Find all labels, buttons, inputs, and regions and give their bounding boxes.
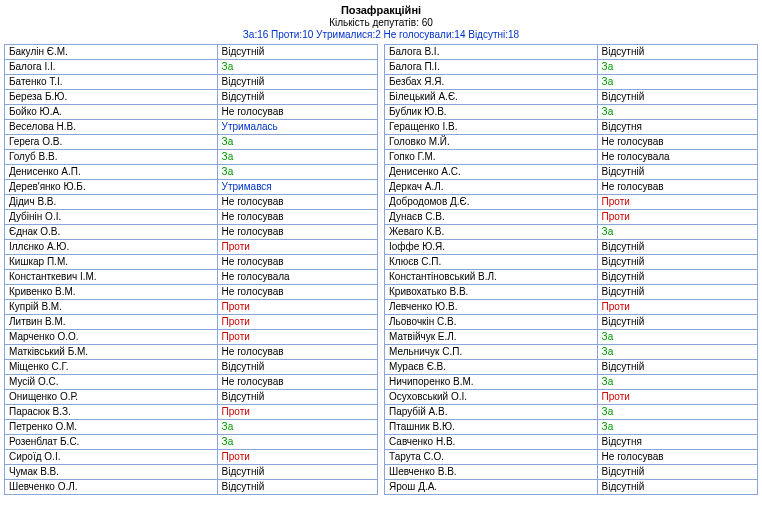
deputy-vote: Проти: [217, 405, 377, 420]
deputy-vote: Відсутній: [597, 465, 757, 480]
table-row: Кишкар П.М.Не голосував: [5, 255, 378, 270]
table-row: Іоффе Ю.Я.Відсутній: [385, 240, 758, 255]
deputy-vote: За: [217, 420, 377, 435]
deputy-vote: За: [597, 105, 757, 120]
deputy-name: Парасюк В.З.: [5, 405, 218, 420]
table-row: Петренко О.М.За: [5, 420, 378, 435]
table-row: Веселова Н.В.Утрималась: [5, 120, 378, 135]
table-row: Безбах Я.Я.За: [385, 75, 758, 90]
deputy-count: Кількість депутатів: 60: [4, 17, 758, 28]
deputy-vote: За: [217, 135, 377, 150]
deputy-vote: Відсутній: [597, 270, 757, 285]
deputy-vote: Відсутній: [217, 90, 377, 105]
deputy-vote: Відсутня: [597, 120, 757, 135]
deputy-vote: Відсутній: [217, 480, 377, 495]
deputy-name: Константкевич І.М.: [5, 270, 218, 285]
deputy-name: Міщенко С.Г.: [5, 360, 218, 375]
deputy-name: Матківський Б.М.: [5, 345, 218, 360]
table-row: Шевченко В.В.Відсутній: [385, 465, 758, 480]
deputy-name: Клюєв С.П.: [385, 255, 598, 270]
deputy-vote: Проти: [597, 300, 757, 315]
vote-header: Позафракційні Кількість депутатів: 60 За…: [4, 4, 758, 40]
deputy-name: Бакулін Є.М.: [5, 45, 218, 60]
table-row: Балога І.І.За: [5, 60, 378, 75]
table-row: Іллєнко А.Ю.Проти: [5, 240, 378, 255]
deputy-name: Герега О.В.: [5, 135, 218, 150]
deputy-vote: Відсутній: [217, 390, 377, 405]
deputy-name: Кишкар П.М.: [5, 255, 218, 270]
table-row: Єднак О.В.Не голосував: [5, 225, 378, 240]
deputy-vote: За: [217, 165, 377, 180]
deputy-name: Льовочкін С.В.: [385, 315, 598, 330]
table-row: Білецький А.Є.Відсутній: [385, 90, 758, 105]
table-row: Дунаєв С.В.Проти: [385, 210, 758, 225]
deputy-name: Мураєв Є.В.: [385, 360, 598, 375]
faction-title: Позафракційні: [4, 4, 758, 16]
deputy-name: Купрій В.М.: [5, 300, 218, 315]
deputy-name: Мельничук С.П.: [385, 345, 598, 360]
table-row: Міщенко С.Г.Відсутній: [5, 360, 378, 375]
table-row: Матвійчук Е.Л.За: [385, 330, 758, 345]
deputy-vote: За: [597, 225, 757, 240]
table-row: Добродомов Д.Є.Проти: [385, 195, 758, 210]
deputy-vote: Відсутній: [597, 255, 757, 270]
table-row: Парасюк В.З.Проти: [5, 405, 378, 420]
table-row: Розенблат Б.С.За: [5, 435, 378, 450]
table-row: Жеваго К.В.За: [385, 225, 758, 240]
deputy-name: Безбах Я.Я.: [385, 75, 598, 90]
deputy-vote: Проти: [217, 300, 377, 315]
deputy-vote: Не голосував: [217, 285, 377, 300]
deputy-name: Савченко Н.В.: [385, 435, 598, 450]
deputy-name: Левченко Ю.В.: [385, 300, 598, 315]
deputy-vote: Не голосував: [217, 345, 377, 360]
deputy-vote: За: [597, 420, 757, 435]
table-row: Денисенко А.С.Відсутній: [385, 165, 758, 180]
deputy-name: Добродомов Д.Є.: [385, 195, 598, 210]
deputy-vote: Не голосував: [597, 135, 757, 150]
deputy-vote: Проти: [217, 330, 377, 345]
deputy-vote: Проти: [597, 390, 757, 405]
deputy-name: Литвин В.М.: [5, 315, 218, 330]
deputy-name: Шевченко О.Л.: [5, 480, 218, 495]
deputy-name: Кривохатько В.В.: [385, 285, 598, 300]
deputy-vote: Проти: [217, 315, 377, 330]
deputy-name: Ничипоренко В.М.: [385, 375, 598, 390]
table-row: Дерев'янко Ю.Б.Утримався: [5, 180, 378, 195]
table-row: Дубінін О.І.Не голосував: [5, 210, 378, 225]
deputy-name: Марченко О.О.: [5, 330, 218, 345]
deputy-name: Жеваго К.В.: [385, 225, 598, 240]
table-row: Батенко Т.І.Відсутній: [5, 75, 378, 90]
deputy-name: Береза Б.Ю.: [5, 90, 218, 105]
vote-columns: Бакулін Є.М.ВідсутнійБалога І.І.ЗаБатенк…: [4, 44, 758, 495]
deputy-name: Денисенко А.П.: [5, 165, 218, 180]
table-row: Парубій А.В.За: [385, 405, 758, 420]
deputy-vote: Відсутній: [217, 360, 377, 375]
deputy-name: Ярош Д.А.: [385, 480, 598, 495]
deputy-vote: Не голосував: [217, 210, 377, 225]
table-row: Купрій В.М.Проти: [5, 300, 378, 315]
table-row: Ничипоренко В.М.За: [385, 375, 758, 390]
deputy-name: Петренко О.М.: [5, 420, 218, 435]
deputy-name: Іоффе Ю.Я.: [385, 240, 598, 255]
deputy-name: Дідич В.В.: [5, 195, 218, 210]
table-row: Шевченко О.Л.Відсутній: [5, 480, 378, 495]
deputy-vote: За: [217, 150, 377, 165]
deputy-vote: Утрималась: [217, 120, 377, 135]
table-row: Балога П.І.За: [385, 60, 758, 75]
deputy-name: Тарута С.О.: [385, 450, 598, 465]
table-row: Сироїд О.І.Проти: [5, 450, 378, 465]
deputy-name: Голуб В.В.: [5, 150, 218, 165]
deputy-name: Балога П.І.: [385, 60, 598, 75]
deputy-vote: Відсутній: [597, 285, 757, 300]
table-row: Чумак В.В.Відсутній: [5, 465, 378, 480]
deputy-name: Пташник В.Ю.: [385, 420, 598, 435]
deputy-name: Єднак О.В.: [5, 225, 218, 240]
table-row: Деркач А.Л.Не голосував: [385, 180, 758, 195]
deputy-vote: Відсутній: [597, 45, 757, 60]
table-row: Онищенко О.Р.Відсутній: [5, 390, 378, 405]
table-row: Бакулін Є.М.Відсутній: [5, 45, 378, 60]
deputy-vote: За: [597, 330, 757, 345]
deputy-vote: Відсутній: [597, 240, 757, 255]
table-row: Бублик Ю.В.За: [385, 105, 758, 120]
deputy-name: Головко М.Й.: [385, 135, 598, 150]
